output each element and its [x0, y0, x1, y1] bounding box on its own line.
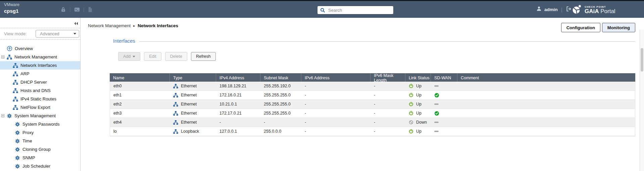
tree-collapse-icon[interactable] [1, 114, 4, 117]
cell-sdwan [431, 91, 457, 99]
cell-subnet-mask: 255.255.255.0 [260, 91, 301, 99]
ethernet-icon [173, 102, 178, 107]
mode-button[interactable]: Monitoring [602, 23, 635, 32]
cell-name: eth1 [110, 91, 170, 99]
cell-ipv6-mask: - [370, 127, 405, 136]
sidebar-item-label: System Management [14, 113, 56, 118]
interfaces-toolbar: Add Edit Delete Refresh [118, 52, 216, 61]
sidebar-item[interactable]: Proxy [0, 128, 80, 137]
cell-type: Ethernet [170, 100, 216, 109]
cell-subnet-mask: - [260, 118, 301, 127]
column-header[interactable]: IPv6 Mask Length [370, 73, 405, 83]
sidebar-item[interactable]: NetFlow Export [0, 103, 80, 112]
table-row[interactable]: eth4 Ethernet - - - - Down [110, 118, 635, 127]
table-row[interactable]: eth2 Ethernet 10.21.0.1 255.255.255.0 - … [110, 100, 635, 109]
sidebar-item[interactable]: Time [0, 137, 80, 145]
cell-name: eth2 [110, 100, 170, 109]
user-cluster: admin | [536, 1, 572, 18]
cell-sdwan [431, 118, 457, 127]
table-row[interactable]: eth3 Ethernet 172.17.0.21 255.255.255.0 … [110, 109, 635, 118]
sidebar-item[interactable]: SNMP [0, 154, 80, 162]
cell-type: Ethernet [170, 109, 216, 118]
sidebar-item[interactable]: Cloning Group [0, 145, 80, 154]
sidebar-item[interactable]: Overview [0, 44, 80, 53]
view-mode-row: View mode: Advanced [0, 28, 80, 40]
sidebar-item[interactable]: System Management [0, 112, 80, 120]
column-header[interactable]: Name [110, 73, 169, 83]
view-mode-value: Advanced [40, 31, 59, 36]
gear-icon [15, 122, 20, 127]
cell-sdwan [431, 127, 457, 136]
column-header[interactable]: SD-WAN [431, 73, 457, 83]
loopback-icon [173, 129, 178, 134]
vertical-scrollbar[interactable] [640, 30, 644, 171]
cell-subnet-mask: 255.0.0.0 [260, 127, 301, 136]
document-icon[interactable] [88, 7, 93, 12]
view-mode-select[interactable]: Advanced [36, 30, 79, 38]
username-label[interactable]: admin [544, 7, 558, 12]
sidebar-header [0, 18, 80, 28]
column-header[interactable]: IPv6 Address [301, 73, 370, 83]
cell-name: lo [110, 127, 170, 136]
sidebar-item[interactable]: Network Management [0, 53, 80, 61]
cell-link-status: Down [405, 118, 431, 127]
toolbar-button[interactable]: Refresh [191, 52, 216, 61]
cell-subnet-mask: 255.255.192.0 [260, 82, 301, 90]
column-header[interactable]: Type [169, 73, 216, 83]
network-icon [13, 71, 18, 77]
checkpoint-logo-text: CHECK POINT GAiA Portal [585, 5, 615, 14]
table-row[interactable]: lo Loopback 127.0.0.1 255.0.0.0 - - Up [110, 127, 635, 136]
cell-ipv6: - [301, 91, 370, 99]
breadcrumb-parent[interactable]: Network Management [88, 23, 131, 28]
toolbar-button[interactable]: Add [118, 52, 140, 61]
icon-separator: | [83, 7, 85, 12]
user-separator: | [561, 7, 562, 12]
sidebar-item[interactable]: System Passwords [0, 120, 80, 128]
cell-type-label: Loopback [181, 129, 199, 134]
column-header[interactable]: Subnet Mask [260, 73, 301, 83]
tree-collapse-icon[interactable] [1, 55, 4, 58]
sidebar-item[interactable]: IPv4 Static Routes [0, 95, 80, 103]
sidebar-item-label: Cloning Group [22, 147, 51, 152]
cell-link-status-label: Up [416, 93, 422, 97]
column-header[interactable]: Link Status [405, 73, 431, 83]
sidebar-item[interactable]: Job Scheduler [0, 162, 80, 170]
sidebar-item[interactable]: ARP [0, 70, 80, 78]
gear-icon [15, 155, 20, 161]
column-header[interactable]: Comment [457, 73, 635, 83]
sidebar-item[interactable]: Network Interfaces [0, 61, 80, 70]
table-row[interactable]: eth0 Ethernet 198.18.129.21 255.255.192.… [110, 82, 635, 91]
table-row[interactable]: eth1 Ethernet 172.16.0.21 255.255.255.0 … [110, 91, 635, 100]
navigation-tree: Overview Network Management Network Inte… [0, 40, 80, 170]
section-title: Interfaces [113, 38, 135, 44]
mode-button[interactable]: Configuration [561, 23, 600, 32]
toolbar-button[interactable]: Edit [144, 52, 161, 61]
cell-link-status-label: Up [416, 84, 422, 88]
sidebar-item-label: SNMP [22, 155, 35, 160]
user-icon [536, 6, 542, 13]
cell-ipv4: 172.16.0.21 [216, 91, 260, 99]
toolbar-button-label: Edit [149, 54, 156, 59]
logout-icon[interactable] [566, 6, 572, 13]
cell-comment [457, 127, 635, 136]
cell-name: eth0 [110, 82, 170, 90]
cell-ipv6: - [301, 109, 370, 118]
sidebar-item[interactable]: Hosts and DNS [0, 86, 80, 95]
checkpoint-logo: CHECK POINT GAiA Portal [572, 4, 615, 16]
network-icon [13, 96, 18, 102]
cell-type-label: Ethernet [181, 84, 197, 88]
collapse-sidebar-icon[interactable] [74, 20, 78, 27]
cell-ipv6: - [301, 82, 370, 90]
column-header[interactable]: IPv4 Address [216, 73, 260, 83]
sidebar-item[interactable]: DHCP Server [0, 78, 80, 86]
main-content: Network Management ▸ Network Interfaces … [81, 18, 640, 171]
gear-icon [15, 164, 20, 169]
search-input[interactable] [328, 7, 391, 13]
toolbar-button[interactable]: Delete [165, 52, 187, 61]
terminal-icon[interactable] [74, 7, 80, 12]
search-box[interactable] [317, 6, 394, 14]
lock-icon[interactable] [60, 7, 66, 12]
toolbar-button-label: Refresh [196, 54, 211, 59]
scrollbar-thumb[interactable] [641, 48, 643, 72]
sdwan-disabled-icon [434, 85, 439, 87]
